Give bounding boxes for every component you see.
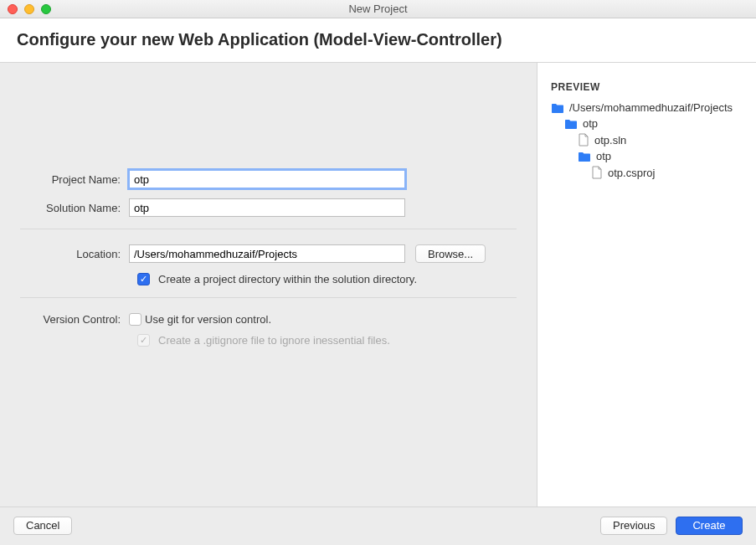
titlebar: New Project <box>0 0 756 18</box>
tree-solution-folder: otp <box>551 116 743 131</box>
use-git-label: Use git for version control. <box>145 313 271 326</box>
gitignore-checkbox: ✓ <box>137 334 150 347</box>
gitignore-label: Create a .gitignore file to ignore iness… <box>158 334 390 347</box>
zoom-icon[interactable] <box>41 4 51 14</box>
solution-name-row: Solution Name: <box>20 198 517 217</box>
project-name-row: Project Name: <box>20 170 517 188</box>
preview-panel: PREVIEW /Users/mohammedhuzaif/Projects o… <box>537 63 756 506</box>
create-directory-checkbox[interactable]: ✓ <box>137 273 150 285</box>
window-title: New Project <box>348 3 407 15</box>
location-label: Location: <box>20 248 129 260</box>
close-icon[interactable] <box>8 4 18 14</box>
create-button[interactable]: Create <box>676 517 743 535</box>
create-directory-label: Create a project directory within the so… <box>158 273 417 285</box>
form-area: Project Name: Solution Name: Location: B… <box>0 63 537 506</box>
preview-title: PREVIEW <box>551 81 743 93</box>
use-git-checkbox[interactable] <box>129 313 141 326</box>
browse-button[interactable]: Browse... <box>415 244 486 263</box>
folder-icon <box>564 118 578 130</box>
file-icon <box>591 166 603 179</box>
previous-button[interactable]: Previous <box>600 517 667 535</box>
window-controls <box>8 4 51 14</box>
location-row: Location: Browse... <box>20 244 517 263</box>
project-name-input[interactable] <box>129 170 405 188</box>
tree-project-file: otp.csproj <box>551 164 743 181</box>
separator <box>20 297 517 298</box>
file-icon <box>578 133 589 147</box>
version-control-label: Version Control: <box>20 313 129 326</box>
minimize-icon[interactable] <box>24 4 34 14</box>
project-name-label: Project Name: <box>20 173 129 186</box>
tree-project-file-label: otp.csproj <box>608 167 655 179</box>
solution-name-label: Solution Name: <box>20 202 129 214</box>
location-input[interactable] <box>129 244 405 263</box>
tree-project-folder-label: otp <box>596 150 611 162</box>
separator <box>20 229 517 229</box>
tree-root-label: /Users/mohammedhuzaif/Projects <box>569 101 733 114</box>
version-control-row: Version Control: Use git for version con… <box>20 313 517 326</box>
solution-name-input[interactable] <box>129 198 405 217</box>
tree-solution-file: otp.sln <box>551 131 743 148</box>
dialog-header: Configure your new Web Application (Mode… <box>0 18 756 63</box>
tree-root: /Users/mohammedhuzaif/Projects <box>551 100 743 116</box>
footer: Cancel Previous Create <box>0 506 756 543</box>
tree-project-folder: otp <box>551 148 743 164</box>
tree-solution-folder-label: otp <box>583 117 598 130</box>
folder-icon <box>578 151 591 162</box>
gitignore-row: ✓ Create a .gitignore file to ignore ine… <box>137 334 517 347</box>
cancel-button[interactable]: Cancel <box>13 517 72 535</box>
create-directory-row: ✓ Create a project directory within the … <box>137 273 517 285</box>
page-title: Configure your new Web Application (Mode… <box>17 30 739 49</box>
tree-solution-file-label: otp.sln <box>594 134 626 147</box>
folder-icon <box>551 102 564 114</box>
